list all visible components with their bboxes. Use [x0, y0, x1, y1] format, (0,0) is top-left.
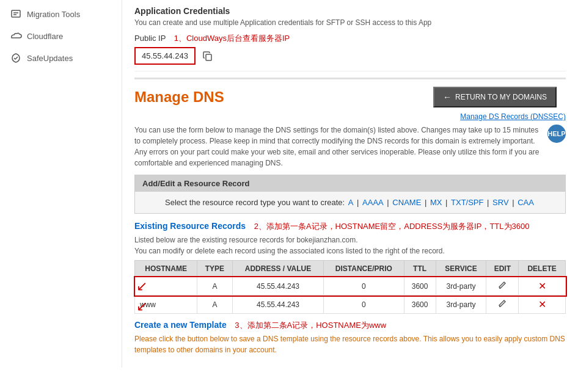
record-type-srv-link[interactable]: SRV	[492, 198, 509, 207]
dns-info-text: You can use the form below to manage the…	[134, 125, 541, 169]
record-type-aaaa-link[interactable]: AAAA	[362, 198, 384, 207]
sidebar-item-cloudflare-label: Cloudflare	[27, 32, 63, 41]
public-ip-label-text: Public IP	[134, 34, 166, 43]
manage-dns-header: Manage DNS ← RETURN TO MY DOMAINS	[134, 78, 566, 112]
row2-type: A	[197, 296, 233, 314]
row2-edit[interactable]	[486, 296, 519, 314]
existing-resource-records-section: Existing Resource Records 2、添加第一条A记录，HOS…	[134, 221, 566, 314]
app-credentials-section: Application Credentials You can create a…	[134, 6, 566, 71]
add-edit-body: Select the resource record type you want…	[135, 192, 565, 213]
record-type-cname-link[interactable]: CNAME	[392, 198, 421, 207]
records-desc-line1: Listed below are the existing resource r…	[134, 236, 358, 244]
col-hostname: HOSTNAME	[135, 261, 197, 277]
create-template-title: Create a new Template	[134, 320, 227, 330]
existing-records-title-row: Existing Resource Records 2、添加第一条A记录，HOS…	[134, 221, 566, 232]
row1-ttl: 3600	[404, 277, 436, 296]
col-service: SERVICE	[436, 261, 486, 277]
select-record-type-text: Select the resource record type you want…	[165, 198, 345, 207]
table-row: www ↙ A 45.55.44.243 0 3600 3rd-party	[135, 296, 566, 314]
create-template-title-row: Create a new Template 3、添加第二条A记录，HOSTNAM…	[134, 320, 566, 331]
sidebar-item-safeupdates[interactable]: SafeUpdates	[0, 47, 122, 69]
create-template-section: Create a new Template 3、添加第二条A记录，HOSTNAM…	[134, 320, 566, 355]
dns-records-table: HOSTNAME TYPE ADDRESS / VALUE DISTANCE/P…	[134, 260, 566, 314]
ip-box-wrapper: 45.55.44.243	[134, 47, 566, 65]
manage-dns-title: Manage DNS	[134, 89, 224, 106]
annotation-3: 3、添加第二条A记录，HOSTNAME为www	[235, 321, 386, 330]
sidebar-item-cloudflare[interactable]: Cloudflare	[0, 25, 122, 47]
cloudflare-icon	[10, 30, 22, 42]
annotation-1: 1、CloudWays后台查看服务器IP	[174, 34, 290, 43]
record-type-mx-link[interactable]: MX	[430, 198, 442, 207]
return-arrow-icon: ←	[443, 92, 452, 102]
col-address: ADDRESS / VALUE	[232, 261, 324, 277]
col-delete: DELETE	[519, 261, 566, 277]
records-desc: Listed below are the existing resource r…	[134, 234, 566, 256]
col-ttl: TTL	[404, 261, 436, 277]
dns-section: Manage DS Records (DNSSEC) You can use t…	[134, 112, 566, 361]
row1-address: 45.55.44.243	[232, 277, 324, 296]
app-credentials-description: You can create and use multiple Applicat…	[134, 18, 566, 27]
app-credentials-title: Application Credentials	[134, 6, 566, 16]
row2-delete[interactable]: ✕	[519, 296, 566, 314]
svg-rect-0	[12, 10, 20, 17]
existing-records-title: Existing Resource Records	[134, 221, 246, 231]
dns-info-row: You can use the form below to manage the…	[134, 125, 566, 169]
sidebar-item-migration-tools-label: Migration Tools	[27, 10, 80, 19]
row1-delete[interactable]: ✕	[519, 277, 566, 296]
row2-distance: 0	[324, 296, 404, 314]
records-desc-line2: You can modify or delete each record usi…	[134, 247, 445, 255]
create-template-desc-normal: Please click the button below to save a …	[134, 335, 423, 343]
safeupdates-icon	[10, 52, 22, 64]
row1-type: A	[197, 277, 233, 296]
edit-icon-row1[interactable]	[498, 283, 507, 291]
add-edit-resource-record-box: Add/Edit a Resource Record Select the re…	[134, 175, 566, 214]
row1-distance: 0	[324, 277, 404, 296]
row2-ttl: 3600	[404, 296, 436, 314]
public-ip-row: Public IP 1、CloudWays后台查看服务器IP	[134, 33, 566, 44]
sidebar-item-migration-tools[interactable]: Migration Tools	[0, 3, 122, 25]
delete-icon-row2[interactable]: ✕	[538, 299, 546, 310]
ip-value: 45.55.44.243	[134, 47, 196, 65]
return-btn-label: RETURN TO MY DOMAINS	[455, 93, 547, 101]
manage-ds-records-link[interactable]: Manage DS Records (DNSSEC)	[134, 112, 566, 121]
table-row: ↙ A 45.55.44.243 0 3600 3rd-party	[135, 277, 566, 296]
sidebar: Migration Tools Cloudflare SafeUpdates	[0, 0, 122, 368]
sidebar-item-safeupdates-label: SafeUpdates	[27, 54, 73, 63]
col-distance: DISTANCE/PRIO	[324, 261, 404, 277]
create-template-description: Please click the button below to save a …	[134, 333, 566, 355]
row1-service: 3rd-party	[436, 277, 486, 296]
copy-icon[interactable]	[202, 50, 214, 62]
row2-hostname: www ↙	[135, 296, 197, 314]
record-type-txtspf-link[interactable]: TXT/SPF	[451, 198, 483, 207]
return-to-domains-button[interactable]: ← RETURN TO MY DOMAINS	[433, 87, 557, 107]
main-content: Application Credentials You can create a…	[122, 0, 578, 368]
annotation-2: 2、添加第一条A记录，HOSTNAME留空，ADDRESS为服务器IP，TTL为…	[254, 222, 530, 231]
row2-address: 45.55.44.243	[232, 296, 324, 314]
edit-icon-row2[interactable]	[498, 301, 507, 310]
migration-tools-icon	[10, 8, 22, 20]
help-button[interactable]: HELP	[547, 125, 566, 143]
svg-rect-3	[206, 54, 211, 60]
record-type-caa-link[interactable]: CAA	[518, 198, 534, 207]
add-edit-header: Add/Edit a Resource Record	[135, 175, 565, 192]
col-edit: EDIT	[486, 261, 519, 277]
record-type-a-link[interactable]: A	[348, 198, 354, 207]
col-type: TYPE	[197, 261, 233, 277]
row1-hostname: ↙	[135, 277, 197, 296]
row1-edit[interactable]	[486, 277, 519, 296]
delete-icon-row1[interactable]: ✕	[538, 281, 546, 291]
row2-service: 3rd-party	[436, 296, 486, 314]
